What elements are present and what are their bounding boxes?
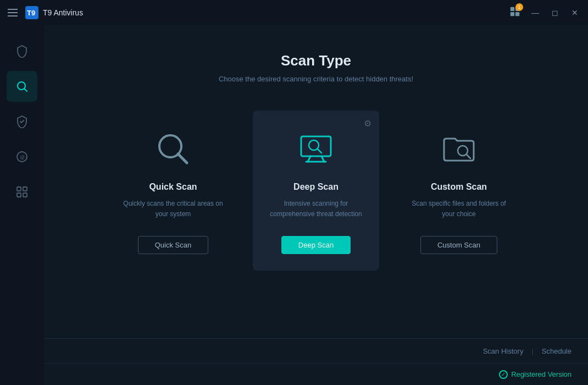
svg-rect-11 xyxy=(23,187,27,191)
page-subtitle: Choose the desired scanning criteria to … xyxy=(219,75,413,83)
svg-rect-13 xyxy=(23,193,27,197)
gear-icon[interactable]: ⚙ xyxy=(364,118,371,129)
svg-text:@: @ xyxy=(20,155,25,160)
footer-divider: | xyxy=(531,347,533,355)
svg-rect-16 xyxy=(301,136,331,156)
svg-rect-10 xyxy=(17,187,21,191)
sidebar-item-identity[interactable]: @ xyxy=(7,141,37,172)
svg-line-7 xyxy=(25,89,27,92)
title-bar: T9 T9 Antivirus 1 — ◻ ✕ xyxy=(0,0,588,25)
deep-scan-card[interactable]: ⚙ Deep Scan xyxy=(253,111,379,271)
deep-scan-button[interactable]: Deep Scan xyxy=(281,236,351,254)
check-circle-icon: ✓ xyxy=(499,370,508,379)
custom-scan-icon xyxy=(437,127,481,171)
custom-scan-svg xyxy=(440,130,478,168)
tools-icon xyxy=(15,185,29,199)
svg-line-23 xyxy=(467,155,471,159)
scan-cards-container: Quick Scan Quickly scans the critical ar… xyxy=(110,111,522,271)
shield-icon xyxy=(15,45,29,58)
id-icon: @ xyxy=(15,150,29,163)
schedule-link[interactable]: Schedule xyxy=(542,347,572,355)
maximize-button[interactable]: ◻ xyxy=(547,5,563,20)
custom-scan-desc: Scan specific files and folders of your … xyxy=(407,199,511,219)
quick-scan-card[interactable]: Quick Scan Quickly scans the critical ar… xyxy=(110,111,236,271)
quick-scan-desc: Quickly scans the critical areas on your… xyxy=(121,199,225,219)
svg-text:T9: T9 xyxy=(27,9,35,17)
svg-rect-5 xyxy=(515,12,519,15)
app-logo-icon: T9 xyxy=(25,6,38,19)
registered-row: ✓ Registered Version xyxy=(44,363,588,385)
main-layout: @ Scan Type Choose the desired scanning … xyxy=(0,25,588,385)
shield-check-icon xyxy=(15,115,29,128)
minimize-button[interactable]: — xyxy=(528,5,543,20)
sidebar-item-scan[interactable] xyxy=(7,71,37,102)
footer: Scan History | Schedule xyxy=(44,338,588,363)
content-area: Scan Type Choose the desired scanning cr… xyxy=(44,25,588,385)
svg-rect-4 xyxy=(511,12,514,15)
deep-scan-desc: Intensive scanning for comprehensive thr… xyxy=(264,199,368,219)
title-bar-left: T9 T9 Antivirus xyxy=(5,6,83,19)
content-inner: Scan Type Choose the desired scanning cr… xyxy=(44,25,588,338)
custom-scan-title: Custom Scan xyxy=(431,182,487,192)
deep-scan-svg xyxy=(297,130,335,168)
deep-scan-title: Deep Scan xyxy=(293,182,339,192)
deep-scan-icon xyxy=(294,127,338,171)
sidebar-item-tools[interactable] xyxy=(7,177,37,207)
registered-label: Registered Version xyxy=(511,370,572,378)
quick-scan-title: Quick Scan xyxy=(149,182,197,192)
registered-status: ✓ Registered Version xyxy=(499,370,572,379)
quick-scan-icon xyxy=(151,127,195,171)
sidebar-item-protection[interactable] xyxy=(7,106,37,137)
custom-scan-card[interactable]: Custom Scan Scan specific files and fold… xyxy=(396,111,522,271)
sidebar: @ xyxy=(0,25,44,385)
title-bar-right: 1 — ◻ ✕ xyxy=(507,3,583,22)
quick-scan-button[interactable]: Quick Scan xyxy=(138,236,208,254)
svg-line-15 xyxy=(178,154,187,163)
close-button[interactable]: ✕ xyxy=(567,5,583,20)
custom-scan-button[interactable]: Custom Scan xyxy=(420,236,497,254)
svg-rect-12 xyxy=(17,193,21,197)
quick-scan-svg xyxy=(154,130,192,168)
notification-badge: 1 xyxy=(515,3,523,11)
svg-rect-2 xyxy=(511,7,514,10)
page-title: Scan Type xyxy=(281,52,351,69)
notification-button[interactable]: 1 xyxy=(507,3,523,22)
app-title: T9 Antivirus xyxy=(43,8,83,17)
app-logo: T9 T9 Antivirus xyxy=(25,6,83,19)
search-icon xyxy=(15,80,29,93)
scan-history-link[interactable]: Scan History xyxy=(483,347,524,355)
svg-line-21 xyxy=(318,149,322,153)
sidebar-item-shield[interactable] xyxy=(7,36,37,67)
hamburger-icon[interactable] xyxy=(5,7,20,19)
